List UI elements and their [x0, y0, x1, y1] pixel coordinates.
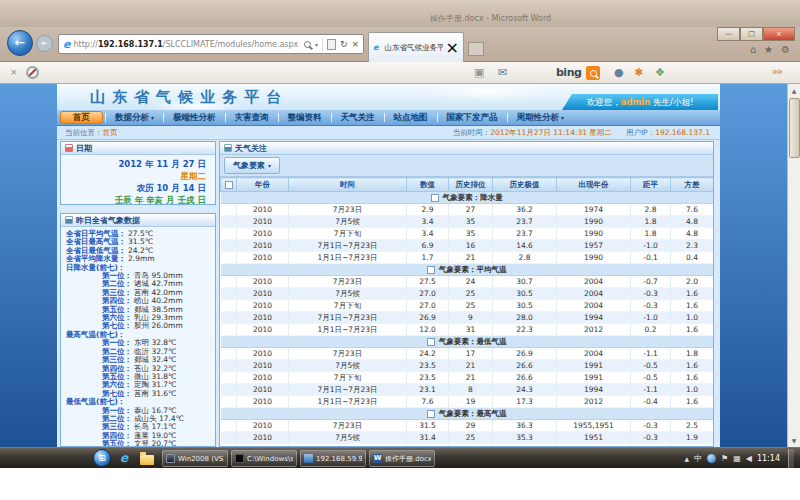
cell: 2010: [237, 360, 289, 372]
minimize-button[interactable]: —: [717, 27, 740, 41]
cell: 7月5候: [289, 360, 407, 372]
tools-gear-icon[interactable]: ⚙: [781, 44, 790, 55]
table-row: 20107月23日24.21726.92004-1.11.8: [221, 348, 714, 360]
cell: 26.9: [493, 348, 557, 360]
nav-item-8[interactable]: 周期性分析▾: [508, 110, 574, 125]
cell: 1.6: [671, 396, 714, 408]
table-group-row[interactable]: 气象要素：最高气温: [221, 408, 714, 420]
forward-button[interactable]: ►: [36, 35, 53, 52]
messenger-icon[interactable]: [707, 454, 716, 463]
checkbox-icon[interactable]: [427, 266, 435, 274]
tray-expand-icon[interactable]: ▲: [684, 455, 689, 462]
scroll-down-icon[interactable]: ▼: [789, 435, 799, 446]
camera-icon[interactable]: ●: [614, 66, 624, 79]
start-button[interactable]: ⊞: [93, 449, 111, 467]
network-icon[interactable]: ▦: [733, 454, 741, 463]
weather-focus-header: 天气关注: [220, 142, 713, 155]
address-bar[interactable]: e http://192.168.137.1/SLCCLIMATE/module…: [58, 34, 364, 54]
cell: 7月23日: [289, 348, 407, 360]
back-button[interactable]: ←: [7, 30, 33, 56]
explorer-folder-icon[interactable]: [140, 455, 154, 465]
checkbox-icon[interactable]: [431, 194, 439, 202]
taskbar-button-1[interactable]: C:\Windows\s...: [231, 450, 297, 467]
checkbox-icon[interactable]: [427, 410, 435, 418]
breadcrumb-current[interactable]: 首页: [103, 128, 118, 137]
taskbar-clock[interactable]: 11:14: [757, 454, 780, 463]
stat-value: 2.9mm: [128, 254, 155, 263]
burst-icon[interactable]: ✱: [634, 66, 643, 79]
toolbar-close-icon[interactable]: ×: [10, 67, 18, 77]
browser-tab[interactable]: e 山东省气候业务平... ×: [368, 32, 464, 62]
maximize-button[interactable]: □: [740, 27, 763, 41]
col-rank: 历史排位: [449, 178, 493, 192]
nav-item-7[interactable]: 国家下发产品: [438, 110, 507, 125]
nav-item-6[interactable]: 站点地图: [385, 110, 437, 125]
table-row: 20107月下旬3.43523.719901.84.8: [221, 228, 714, 240]
nav-item-label: 天气关注: [341, 110, 375, 125]
cell: 1974: [557, 204, 631, 216]
cell: 2010: [237, 300, 289, 312]
table-group-row[interactable]: 气象要素：平均气温: [221, 264, 714, 276]
cell: -1.0: [631, 240, 671, 252]
table-row: 20107月5候31.42535.31951-0.31.9: [221, 432, 714, 444]
taskbar-button-3[interactable]: W操作手册.docx ...: [369, 450, 435, 467]
scrollbar-thumb[interactable]: [789, 98, 800, 158]
chevron-down-icon: ▾: [561, 110, 564, 125]
cell: 1951: [557, 432, 631, 444]
table-row: 20107月1日~7月23日6.91614.61957-1.02.3: [221, 240, 714, 252]
taskbar-button-0[interactable]: Win2008 (VS2...: [162, 450, 228, 467]
stop-icon[interactable]: ×: [351, 39, 359, 49]
new-tab-button[interactable]: [468, 42, 484, 56]
close-button[interactable]: ×: [763, 27, 795, 41]
search-icon[interactable]: [304, 41, 311, 48]
show-desktop-button[interactable]: [788, 449, 794, 468]
nav-item-0[interactable]: 首页: [60, 111, 103, 124]
cell: 36.2: [493, 204, 557, 216]
cell: 29: [449, 420, 493, 432]
col-extreme: 历史极值: [493, 178, 557, 192]
blocked-circle-icon[interactable]: [26, 66, 39, 79]
table-group-row[interactable]: 气象要素：最低气温: [221, 336, 714, 348]
tab-close-icon[interactable]: ×: [446, 38, 459, 57]
scroll-up-icon[interactable]: ▲: [789, 85, 799, 96]
compatibility-view-icon[interactable]: [327, 39, 336, 50]
rank-value: 崂山 40.2mm: [134, 296, 183, 305]
nav-item-1[interactable]: 数据分析▾: [106, 110, 163, 125]
flag-icon[interactable]: ⚑: [721, 454, 728, 463]
cell: 3.4: [407, 216, 449, 228]
cell: 2010: [237, 348, 289, 360]
cell: 2004: [557, 348, 631, 360]
refresh-icon[interactable]: ↻: [340, 39, 348, 49]
toolbar-overflow-icon[interactable]: »»: [772, 66, 782, 77]
vertical-scrollbar[interactable]: ▲ ▼: [787, 84, 800, 447]
volume-icon[interactable]: ◀: [746, 454, 752, 463]
home-icon[interactable]: ⌂: [750, 44, 756, 55]
nav-item-5[interactable]: 天气关注: [332, 110, 384, 125]
ime-indicator[interactable]: 中: [694, 453, 702, 464]
chevron-down-icon[interactable]: ▾: [315, 41, 318, 48]
cell: 1990: [557, 228, 631, 240]
nav-item-label: 数据分析: [115, 110, 149, 125]
nav-item-4[interactable]: 整编资料: [279, 110, 331, 125]
bing-search-icon[interactable]: [586, 66, 600, 80]
element-filter-button[interactable]: 气象要素▾: [224, 157, 280, 174]
checkbox-icon[interactable]: [427, 338, 435, 346]
apps-icon[interactable]: ❖: [655, 66, 665, 79]
nav-item-3[interactable]: 灾害查询: [226, 110, 278, 125]
nav-item-2[interactable]: 极端性分析: [164, 110, 225, 125]
checkbox-icon[interactable]: [225, 181, 233, 189]
cell: 9: [449, 312, 493, 324]
ie-taskbar-icon[interactable]: e: [120, 451, 128, 465]
mail-icon[interactable]: ✉: [498, 66, 507, 79]
cards-icon[interactable]: ▣: [474, 66, 484, 79]
cell: 3.4: [407, 228, 449, 240]
favorites-star-icon[interactable]: ★: [764, 44, 773, 55]
taskbar-button-2[interactable]: 192.168.59.99...: [300, 450, 366, 467]
col-value: 数值: [407, 178, 449, 192]
nav-item-label: 极端性分析: [173, 110, 216, 125]
cell: 7.6: [407, 396, 449, 408]
table-group-row[interactable]: 气象要素：降水量: [221, 192, 714, 204]
url-text[interactable]: http://192.168.137.1/SLCCLIMATE/modules/…: [73, 40, 303, 49]
cell: 27: [449, 204, 493, 216]
bing-logo[interactable]: bing: [556, 66, 581, 79]
